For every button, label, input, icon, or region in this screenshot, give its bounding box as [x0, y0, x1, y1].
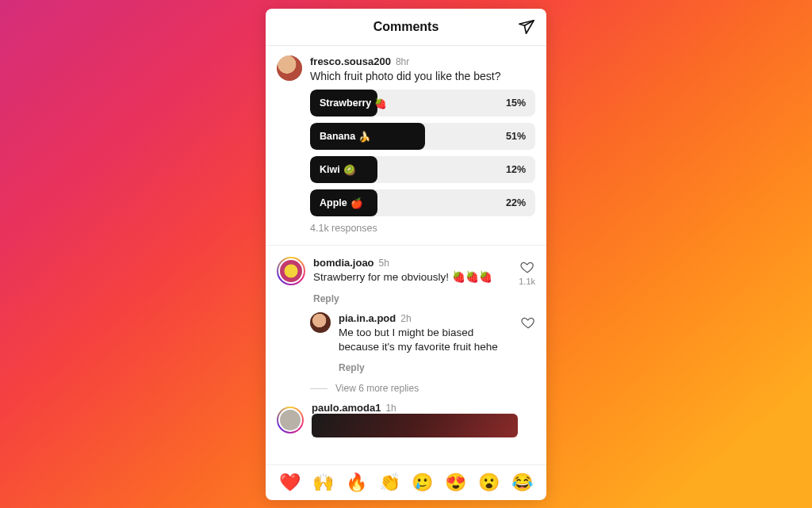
poll-option-pct: 22%: [506, 197, 526, 208]
username[interactable]: paulo.amoda1: [312, 402, 381, 414]
avatar[interactable]: [277, 55, 302, 81]
poll-option[interactable]: Strawberry🍓 15%: [310, 90, 535, 116]
emoji-tear[interactable]: 🥲: [412, 472, 433, 493]
reply-button[interactable]: Reply: [313, 293, 511, 304]
post-text: Which fruit photo did you like the best?: [310, 69, 500, 84]
poll-option[interactable]: Banana🍌 51%: [310, 123, 535, 150]
app-frame: Comments fresco.sousa200 8hr Which: [266, 9, 546, 500]
like-icon[interactable]: [520, 260, 534, 274]
poll-option-label: Apple: [320, 197, 347, 208]
avatar[interactable]: [310, 312, 331, 333]
emoji-raise[interactable]: 🙌: [312, 472, 334, 493]
comment-text: Strawberry for me obviously! 🍓🍓🍓: [313, 270, 511, 285]
emoji-clap[interactable]: 👏: [379, 472, 400, 493]
comment-block: paulo.amoda1 1h: [266, 394, 546, 437]
share-icon[interactable]: [518, 18, 535, 36]
poll-post: fresco.sousa200 8hr Which fruit photo di…: [266, 46, 546, 246]
poll-option-pct: 12%: [506, 164, 526, 175]
username[interactable]: bomdia.joao: [313, 257, 374, 269]
kiwi-icon: 🥝: [343, 164, 356, 176]
emoji-quick-bar: ❤️ 🙌 🔥 👏 🥲 😍 😮 😂: [266, 464, 546, 500]
avatar[interactable]: [277, 407, 304, 434]
header-bar: Comments: [266, 9, 546, 46]
view-more-replies[interactable]: View 6 more replies: [310, 383, 535, 394]
like-count: 1.1k: [519, 277, 535, 286]
comment-block: bomdia.joao 5h Strawberry for me obvious…: [266, 246, 546, 394]
emoji-heart[interactable]: ❤️: [279, 472, 301, 493]
emoji-hearteyes[interactable]: 😍: [445, 472, 466, 493]
comment-text: Me too but I might be biased because it'…: [339, 326, 513, 354]
comment-media[interactable]: [312, 414, 518, 437]
timestamp: 8hr: [396, 56, 409, 67]
like-icon[interactable]: [521, 315, 535, 330]
username[interactable]: fresco.sousa200: [310, 55, 391, 67]
gradient-background: Comments fresco.sousa200 8hr Which: [0, 0, 812, 508]
avatar[interactable]: [277, 257, 305, 285]
emoji-laugh[interactable]: 😂: [511, 472, 533, 493]
poll-responses: 4.1k responses: [310, 223, 535, 234]
poll-option-pct: 51%: [506, 131, 526, 142]
poll-option-label: Banana: [320, 131, 355, 142]
strawberry-icon: 🍓: [374, 97, 387, 109]
scroll-area[interactable]: fresco.sousa200 8hr Which fruit photo di…: [266, 46, 546, 464]
poll-widget: Strawberry🍓 15% Banana🍌 51% Kiwi🥝 12%: [310, 90, 535, 234]
timestamp: 1h: [385, 403, 396, 414]
comment-reply: pia.in.a.pod 2h Me too but I might be bi…: [310, 312, 535, 373]
reply-button[interactable]: Reply: [339, 362, 513, 373]
emoji-wow[interactable]: 😮: [478, 472, 500, 493]
poll-option-label: Strawberry: [320, 97, 371, 109]
poll-option[interactable]: Kiwi🥝 12%: [310, 156, 535, 183]
username[interactable]: pia.in.a.pod: [339, 312, 396, 324]
poll-option[interactable]: Apple🍎 22%: [310, 189, 535, 216]
timestamp: 2h: [400, 313, 411, 324]
emoji-fire[interactable]: 🔥: [346, 472, 367, 493]
timestamp: 5h: [379, 258, 389, 269]
poll-option-pct: 15%: [506, 97, 526, 109]
page-title: Comments: [373, 20, 439, 34]
poll-option-label: Kiwi: [320, 164, 340, 175]
banana-icon: 🍌: [358, 131, 371, 143]
apple-icon: 🍎: [350, 197, 363, 209]
